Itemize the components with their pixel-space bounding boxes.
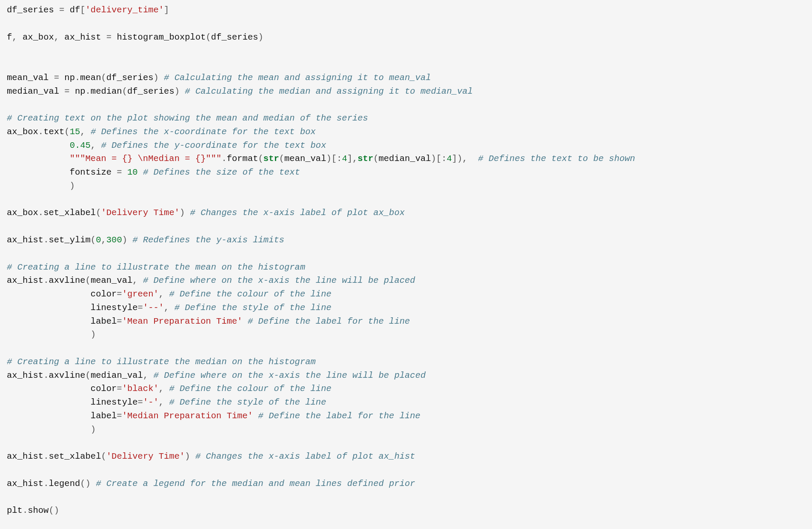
code-token: ax_box (7, 127, 38, 137)
code-line: 0.45, # Defines the y-coordinate for the… (7, 139, 805, 152)
code-token: = (117, 289, 122, 299)
code-token: plt (7, 506, 23, 515)
code-token (7, 154, 70, 164)
code-token: ( (206, 32, 211, 42)
code-token: # Define the colour of the line (169, 384, 331, 394)
code-token: ) (7, 181, 75, 191)
code-token: # Redefines the y-axis limits (132, 235, 284, 245)
code-token: = (117, 384, 122, 394)
code-token: , (159, 384, 164, 394)
code-token: f (7, 32, 12, 42)
code-token: 15 (70, 127, 80, 137)
code-token: ( (373, 154, 378, 164)
code-token: ]), (452, 154, 478, 164)
code-token: df_series (127, 86, 174, 96)
code-token: ax_box (7, 208, 38, 218)
code-line: # Creating text on the plot showing the … (7, 112, 805, 125)
code-token: np (70, 86, 86, 96)
code-token: ( (86, 276, 91, 285)
code-token: = (138, 397, 143, 407)
code-line: label='Median Preparation Time' # Define… (7, 409, 805, 423)
code-token: # Create a legend for the median and mea… (96, 479, 415, 489)
code-token: label (7, 316, 117, 326)
code-line (7, 193, 805, 207)
code-token: ( (101, 451, 106, 461)
code-token (164, 397, 169, 407)
code-token: ) (258, 32, 263, 42)
code-token: [ (80, 5, 85, 15)
code-token (243, 316, 248, 326)
code-token: # Define where on the x-axis the line wi… (154, 371, 426, 380)
code-token: )[: (431, 154, 447, 164)
code-token: . (86, 86, 91, 96)
code-line (7, 44, 805, 58)
code-token: ( (86, 371, 91, 380)
code-token: # Creating text on the plot showing the … (7, 113, 368, 123)
code-token: 'black' (122, 384, 159, 394)
code-line (7, 98, 805, 112)
code-line (7, 342, 805, 355)
code-token: ( (91, 235, 96, 245)
code-token: ) (185, 451, 195, 461)
code-token: df_series (106, 73, 154, 83)
code-token: show (28, 506, 49, 515)
code-token: axvline (49, 371, 85, 380)
code-line: color='black', # Define the colour of th… (7, 382, 805, 396)
code-token: '--' (143, 303, 164, 313)
code-token (7, 141, 70, 150)
code-token: # Define the label for the line (248, 316, 410, 326)
code-token: df (64, 5, 80, 15)
code-token: 300 (106, 235, 122, 245)
code-token: . (38, 208, 43, 218)
code-token: df_series (211, 32, 258, 42)
code-token: = (117, 316, 122, 326)
code-token: . (38, 127, 43, 137)
code-token: , (159, 397, 164, 407)
code-token: linestyle (7, 303, 138, 313)
code-token: # Define the colour of the line (169, 289, 331, 299)
code-token: np (59, 73, 75, 83)
code-token: '-' (143, 397, 159, 407)
code-line: ) (7, 328, 805, 342)
code-token: ) (122, 235, 133, 245)
code-token: 10 (127, 167, 138, 177)
code-token: ( (96, 208, 101, 218)
code-line (7, 247, 805, 261)
code-token: # Define where on the x-axis the line wi… (143, 276, 415, 285)
code-line: color='green', # Define the colour of th… (7, 288, 805, 301)
code-token: # Define the style of the line (169, 397, 326, 407)
code-token: . (43, 235, 49, 245)
code-line: plt.show() (7, 504, 805, 518)
code-token: str (357, 154, 373, 164)
code-line (7, 220, 805, 233)
code-token (96, 141, 101, 150)
code-token: mean_val (91, 276, 132, 285)
code-token: median (91, 86, 122, 96)
code-line: median_val = np.median(df_series) # Calc… (7, 85, 805, 98)
code-token: , (101, 235, 106, 245)
code-token: label (7, 411, 117, 421)
code-block: df_series = df['delivery_time'] f, ax_bo… (0, 0, 812, 528)
code-token: """Mean = {} \nMedian = {}""" (70, 154, 222, 164)
code-token: set_xlabel (43, 208, 96, 218)
code-line: ax_hist.axvline(median_val, # Define whe… (7, 369, 805, 382)
code-token: ax_hist (7, 451, 43, 461)
code-line: """Mean = {} \nMedian = {}""".format(str… (7, 152, 805, 166)
code-line: ax_hist.set_ylim(0,300) # Redefines the … (7, 233, 805, 247)
code-line (7, 437, 805, 450)
code-token: 0.45 (70, 141, 91, 150)
code-token: ) (180, 208, 190, 218)
code-token: ) (174, 86, 185, 96)
code-token (148, 371, 153, 380)
code-token: , (143, 371, 148, 380)
code-line: ax_box.text(15, # Defines the x-coordina… (7, 125, 805, 139)
code-token: ax_hist (59, 32, 106, 42)
code-token: ax_hist (7, 371, 43, 380)
code-token (138, 276, 143, 285)
code-line (7, 17, 805, 31)
code-token: color (7, 384, 117, 394)
code-line: # Creating a line to illustrate the medi… (7, 355, 805, 369)
code-token: # Defines the y-coordinate for the text … (101, 141, 326, 150)
code-token: # Changes the x-axis label of plot ax_bo… (190, 208, 405, 218)
code-token: 'green' (122, 289, 159, 299)
